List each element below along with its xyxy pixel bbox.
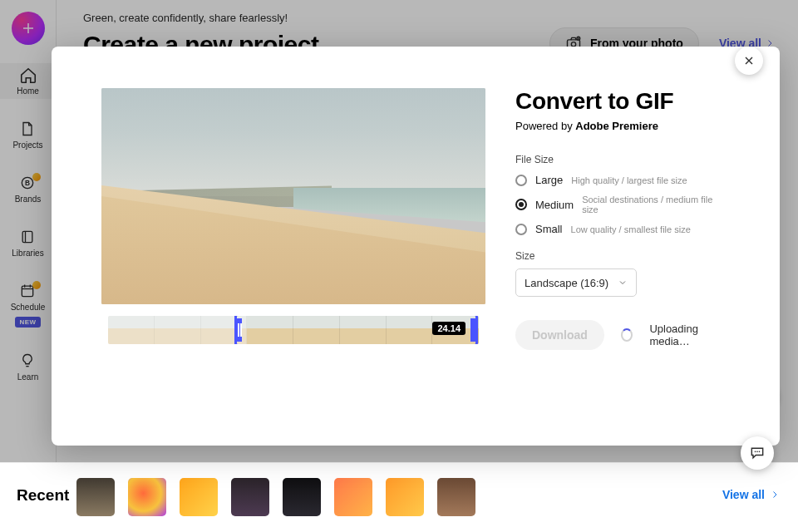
form-column: Convert to GIF Powered by Adobe Premiere… xyxy=(515,88,730,404)
powered-by-text: Powered by Adobe Premiere xyxy=(515,120,730,132)
recent-bar: Recent View all xyxy=(0,462,798,532)
upload-status-text: Uploading media… xyxy=(649,323,730,347)
recent-thumb[interactable] xyxy=(76,478,115,516)
recent-strip xyxy=(76,478,475,516)
recent-thumb[interactable] xyxy=(128,478,166,516)
preview-column: 24.14 xyxy=(101,88,485,404)
file-size-option-large[interactable]: Large High quality / largest file size xyxy=(515,174,730,186)
recent-thumb[interactable] xyxy=(437,478,475,516)
close-button[interactable] xyxy=(735,47,763,75)
trim-handle-left[interactable] xyxy=(238,323,239,337)
file-size-label: File Size xyxy=(515,154,730,165)
recent-view-all-link[interactable]: View all xyxy=(722,488,780,501)
chevron-down-icon xyxy=(618,278,628,288)
radio-icon xyxy=(515,175,527,186)
svg-point-10 xyxy=(756,451,758,453)
chat-fab[interactable] xyxy=(741,436,774,470)
trim-handle-right[interactable] xyxy=(473,323,475,337)
recent-thumb[interactable] xyxy=(231,478,269,516)
recent-title: Recent xyxy=(17,486,69,505)
modal-title: Convert to GIF xyxy=(515,88,730,115)
recent-thumb[interactable] xyxy=(283,478,321,516)
timeline[interactable]: 24.14 xyxy=(108,316,479,344)
size-label: Size xyxy=(515,250,730,262)
duration-badge: 24.14 xyxy=(432,322,466,335)
file-size-option-medium[interactable]: Medium Social destinations / medium file… xyxy=(515,195,730,214)
chat-icon xyxy=(749,445,766,461)
convert-to-gif-modal: 24.14 Convert to GIF Powered by Adobe Pr… xyxy=(52,47,780,446)
size-select[interactable]: Landscape (16:9) xyxy=(515,268,637,297)
chevron-right-icon xyxy=(770,490,780,500)
file-size-option-small[interactable]: Small Low quality / smallest file size xyxy=(515,223,730,235)
file-size-radiogroup: Large High quality / largest file size M… xyxy=(515,174,730,235)
spinner-icon xyxy=(621,328,633,342)
video-preview[interactable] xyxy=(101,88,485,304)
download-button[interactable]: Download xyxy=(515,320,604,350)
radio-icon xyxy=(515,199,527,210)
svg-point-11 xyxy=(759,451,761,453)
svg-point-9 xyxy=(755,451,756,453)
size-select-value: Landscape (16:9) xyxy=(525,277,608,289)
recent-thumb[interactable] xyxy=(334,478,372,516)
radio-icon xyxy=(515,224,527,235)
recent-thumb[interactable] xyxy=(180,478,218,516)
close-icon xyxy=(742,54,756,67)
recent-thumb[interactable] xyxy=(386,478,424,516)
